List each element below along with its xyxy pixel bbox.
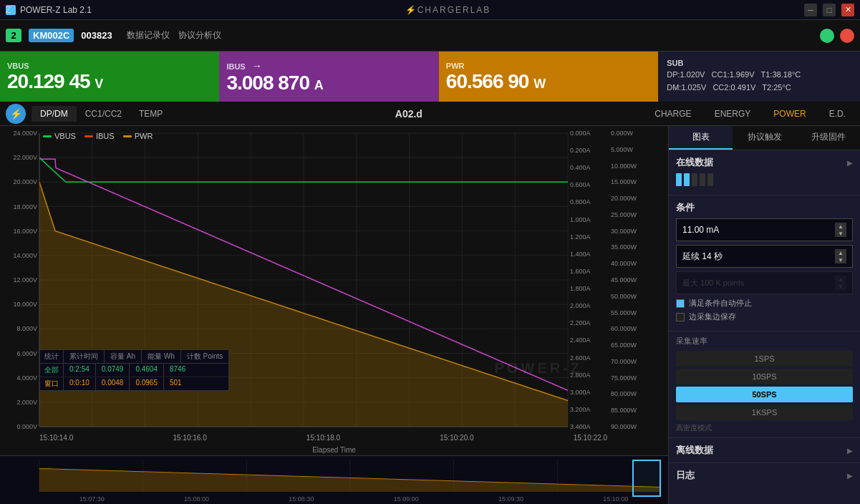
rate-extra-label: 高密度模式 bbox=[676, 423, 853, 433]
online-dot-4 bbox=[700, 173, 705, 186]
online-data-section: 在线数据 ▶ bbox=[669, 150, 860, 195]
nav-tab-power[interactable]: POWER bbox=[765, 106, 814, 122]
legend-pwr-color bbox=[123, 135, 132, 137]
titlebar: Z POWER-Z Lab 2.1 ⚡CHARGERLAB ─ □ ✕ bbox=[0, 0, 860, 20]
online-dot-3 bbox=[692, 173, 697, 186]
x-label-2: 15:10:18.0 bbox=[306, 434, 340, 442]
panel-tab-protocol[interactable]: 协议触发 bbox=[733, 126, 796, 150]
sub-dp: DP:1.020V CC1:1.969V T1:38.18°C bbox=[667, 69, 851, 82]
panel-tab-firmware[interactable]: 升级固件 bbox=[796, 126, 860, 150]
pwr-meter: PWR 60.566 90 W bbox=[439, 52, 658, 102]
condition-section: 条件 11.00 mA ▲ ▼ 延续 14 秒 ▲ ▼ bbox=[669, 195, 860, 331]
x-label-0: 15:10:14.0 bbox=[39, 434, 73, 442]
log-section: 日志 ▶ bbox=[669, 462, 860, 488]
condition1-down[interactable]: ▼ bbox=[835, 230, 846, 237]
overview-label-2: 15:08:30 bbox=[289, 495, 314, 503]
online-dot-1 bbox=[676, 173, 682, 186]
rate-1sps[interactable]: 1SPS bbox=[676, 351, 853, 367]
log-title: 日志 bbox=[676, 469, 695, 482]
condition-title: 条件 bbox=[676, 201, 695, 214]
titlebar-left: Z POWER-Z Lab 2.1 bbox=[6, 5, 92, 15]
panel-tab-chart[interactable]: 图表 bbox=[669, 126, 733, 150]
maximize-button[interactable]: □ bbox=[823, 4, 836, 16]
checkbox-auto-stop[interactable]: 满足条件自动停止 bbox=[676, 298, 853, 309]
vbus-value: 20.129 45 V bbox=[7, 72, 212, 92]
rate-50sps[interactable]: 50SPS bbox=[676, 387, 853, 402]
stats-overlay: 统计 累计时间 容量 Ah 能量 Wh 计数 Points 全部 0:2:54 … bbox=[39, 349, 229, 391]
condition1-value: 11.00 mA bbox=[682, 225, 719, 235]
rate-section: 采集速率 1SPS 10SPS 50SPS 1KSPS 高密度模式 bbox=[669, 331, 860, 437]
legend-pwr-label: PWR bbox=[135, 132, 153, 140]
rate-buttons: 1SPS 10SPS 50SPS 1KSPS bbox=[676, 351, 853, 420]
nav-tab-cc1cc2[interactable]: CC1/CC2 bbox=[77, 106, 130, 122]
legend-vbus-color bbox=[43, 135, 52, 137]
stats-header-label: 统计 bbox=[40, 350, 64, 363]
condition1-up[interactable]: ▲ bbox=[835, 223, 846, 230]
close-button[interactable]: ✕ bbox=[841, 4, 854, 16]
rate-title: 采集速率 bbox=[676, 336, 853, 346]
info-bar-right bbox=[820, 29, 854, 43]
rate-1ksps[interactable]: 1KSPS bbox=[676, 404, 853, 420]
condition-input-2[interactable]: 延续 14 秒 ▲ ▼ bbox=[676, 245, 853, 268]
legend-ibus-color bbox=[84, 135, 93, 137]
stats-header-energy: 能量 Wh bbox=[142, 350, 181, 363]
x-axis-labels: 15:10:14.0 15:10:16.0 15:10:18.0 15:10:2… bbox=[39, 434, 607, 442]
online-dot-2 bbox=[684, 173, 690, 186]
pwr-value: 60.566 90 W bbox=[446, 72, 651, 92]
pwr-label: PWR bbox=[446, 62, 651, 70]
condition3-stepper: ▲ ▼ bbox=[835, 276, 846, 290]
stats-win-time: 0:0:10 bbox=[64, 377, 96, 390]
vbus-label: VBUS bbox=[7, 62, 212, 70]
app-title: POWER-Z Lab 2.1 bbox=[20, 5, 92, 15]
legend-ibus: IBUS bbox=[84, 132, 115, 140]
panel-tabs: 图表 协议触发 升级固件 bbox=[669, 126, 860, 150]
log-header: 日志 ▶ bbox=[676, 469, 853, 482]
x-label-3: 15:10:20.0 bbox=[440, 434, 473, 442]
nav-tab-energy[interactable]: ENERGY bbox=[706, 106, 760, 122]
sub-meter: SUB DP:1.020V CC1:1.969V T1:38.18°C DM:1… bbox=[658, 52, 860, 102]
condition2-down[interactable]: ▼ bbox=[835, 256, 846, 263]
stats-all-points: 8746 bbox=[164, 364, 191, 377]
condition3-up: ▲ bbox=[835, 276, 846, 283]
stats-all-time: 0:2:54 bbox=[64, 364, 96, 377]
offline-arrow: ▶ bbox=[847, 447, 853, 455]
checkbox-save-while-collect[interactable]: 边采集边保存 bbox=[676, 311, 853, 322]
overview-label-1: 15:08:00 bbox=[184, 495, 209, 503]
ibus-label: IBUS → bbox=[226, 60, 431, 72]
x-label-1: 15:10:16.0 bbox=[173, 434, 206, 442]
online-dots bbox=[676, 173, 853, 186]
device-id: KM002C bbox=[29, 29, 74, 42]
nav-tab-dpdm[interactable]: DP/DM bbox=[32, 106, 77, 122]
checkbox-save-label: 边采集边保存 bbox=[689, 311, 736, 322]
stats-header-time: 累计时间 bbox=[64, 350, 105, 363]
online-data-title: 在线数据 bbox=[676, 156, 713, 169]
checkbox-auto-stop-box[interactable] bbox=[676, 299, 685, 308]
nav-tab-temp[interactable]: TEMP bbox=[130, 106, 171, 122]
offline-data-title: 离线数据 bbox=[676, 444, 713, 457]
nav-tab-ed[interactable]: E.D. bbox=[821, 106, 854, 122]
chart-watermark: POWER-Z bbox=[495, 360, 582, 377]
ibus-meter: IBUS → 3.008 870 A bbox=[219, 52, 438, 102]
checkbox-save-box[interactable] bbox=[676, 313, 685, 321]
condition2-value: 延续 14 秒 bbox=[682, 251, 723, 263]
condition1-stepper[interactable]: ▲ ▼ bbox=[835, 223, 846, 237]
chart-legend: VBUS IBUS PWR bbox=[43, 132, 153, 140]
overview-chart[interactable]: 15:07:30 15:08:00 15:08:30 15:09:00 15:0… bbox=[0, 455, 668, 504]
online-dot-5 bbox=[707, 173, 713, 186]
nav-tab-charge[interactable]: CHARGE bbox=[646, 106, 700, 122]
stats-all-energy: 0.4604 bbox=[130, 364, 164, 377]
overview-label-5: 15:10:00 bbox=[603, 495, 628, 503]
condition2-up[interactable]: ▲ bbox=[835, 249, 846, 256]
rate-10sps[interactable]: 10SPS bbox=[676, 369, 853, 384]
overview-label-0: 15:07:30 bbox=[79, 495, 105, 503]
overview-highlight bbox=[632, 460, 661, 497]
stats-win-label: 窗口 bbox=[40, 377, 64, 390]
x-axis-title: Elapsed Time bbox=[312, 446, 356, 454]
menu-data-logger[interactable]: 数据记录仪 bbox=[127, 29, 170, 42]
condition-input-1[interactable]: 11.00 mA ▲ ▼ bbox=[676, 218, 853, 241]
stats-win-cap: 0.0048 bbox=[96, 377, 130, 390]
minimize-button[interactable]: ─ bbox=[804, 4, 817, 16]
menu-protocol-analyzer[interactable]: 协议分析仪 bbox=[178, 29, 221, 42]
condition2-stepper[interactable]: ▲ ▼ bbox=[835, 249, 846, 263]
stats-header-points: 计数 Points bbox=[181, 350, 229, 363]
